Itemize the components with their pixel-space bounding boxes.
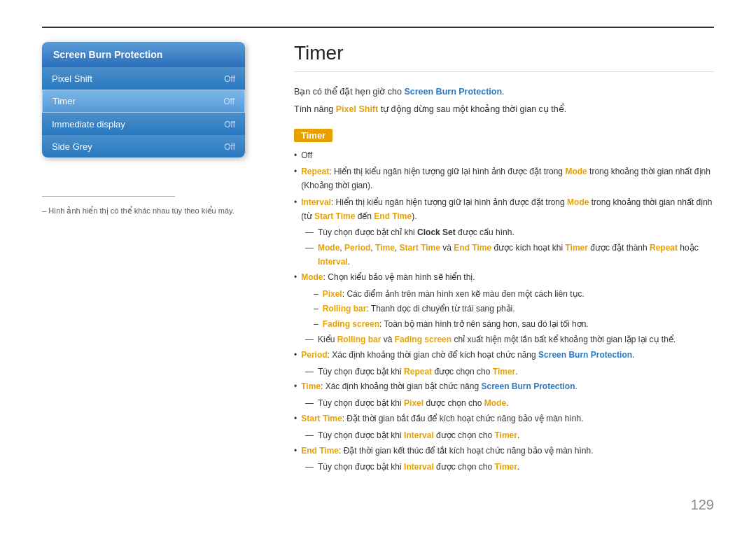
right-panel: Timer Bạn có thể đặt hẹn giờ cho Screen …: [294, 42, 714, 476]
list-item-8: –Fading screen: Toàn bộ màn hình trở nên…: [314, 318, 714, 332]
menu-item-value: Off: [224, 142, 235, 152]
list-item-12: •Time: Xác định khoảng thời gian bật chứ…: [294, 380, 714, 394]
sub2-dash: –: [314, 318, 318, 332]
list-item-3: —Tùy chọn được bật chỉ khi Clock Set đượ…: [305, 226, 714, 240]
list-item-0: •Off: [294, 149, 714, 163]
menu-item-pixel-shift[interactable]: Pixel ShiftOff: [42, 67, 245, 90]
list-item-14: •Start Time: Đặt thời gian bắt đầu để kí…: [294, 412, 714, 426]
sub-dash: —: [305, 429, 314, 443]
page-title: Timer: [294, 42, 714, 72]
list-item-10: •Period: Xác định khoảng thời gian chờ đ…: [294, 349, 714, 363]
menu-item-value: Off: [223, 97, 234, 106]
sub2-text: Fading screen: Toàn bộ màn hình trở nên …: [323, 318, 589, 332]
sub-dash: —: [305, 333, 314, 347]
intro-text-1: Bạn có thể đặt hẹn giờ cho Screen Burn P…: [294, 85, 714, 99]
bullet-text: Interval: Hiển thị kiểu ngăn hiện tượng …: [301, 196, 714, 224]
note-text: – Hình ảnh hiển thị có thể khác nhau tùy…: [42, 206, 238, 216]
sub-dash: —: [305, 397, 314, 411]
sub-text: Tùy chọn được bật khi Interval được chọn…: [318, 429, 519, 443]
list-item-5: •Mode: Chọn kiểu bảo vệ màn hình sẽ hiển…: [294, 271, 714, 285]
list-item-16: •End Time: Đặt thời gian kết thúc để tắt…: [294, 444, 714, 458]
list-item-13: —Tùy chọn được bật khi Pixel được chọn c…: [305, 397, 714, 411]
sub-text: Tùy chọn được bật khi Interval được chọn…: [318, 461, 519, 475]
menu-item-label: Pixel Shift: [52, 73, 92, 84]
list-item-1: •Repeat: Hiển thị kiểu ngăn hiện tượng g…: [294, 165, 714, 193]
menu-item-side-grey[interactable]: Side GreyOff: [42, 135, 245, 157]
sub2-dash: –: [314, 288, 318, 302]
sub-dash: —: [305, 461, 314, 475]
top-divider: [42, 27, 714, 28]
sub-dash: —: [305, 241, 314, 269]
menu-item-value: Off: [224, 120, 235, 129]
list-item-6: –Pixel: Các điểm ảnh trên màn hình xen k…: [314, 288, 714, 302]
sub-dash: —: [305, 226, 314, 240]
left-panel: Screen Burn Protection Pixel ShiftOffTim…: [42, 42, 245, 157]
sub-text: Kiểu Rolling bar và Fading screen chỉ xu…: [318, 333, 676, 347]
bullet-dot: •: [294, 380, 297, 394]
bullet-text: End Time: Đặt thời gian kết thúc để tắt …: [301, 444, 714, 458]
sub-text: Mode, Period, Time, Start Time và End Ti…: [318, 241, 714, 269]
bullet-text: Off: [301, 149, 714, 163]
intro-text-2: Tính năng Pixel Shift tự động dừng sau m…: [294, 102, 714, 117]
list-item-4: —Mode, Period, Time, Start Time và End T…: [305, 241, 714, 269]
bullet-dot: •: [294, 271, 297, 285]
bullet-text: Period: Xác định khoảng thời gian chờ để…: [301, 349, 714, 363]
menu-item-immediate-display[interactable]: Immediate displayOff: [42, 113, 245, 135]
sub-text: Tùy chọn được bật khi Repeat được chọn c…: [318, 365, 518, 379]
bullet-dot: •: [294, 444, 297, 458]
sub2-text: Pixel: Các điểm ảnh trên màn hình xen kẽ…: [323, 288, 584, 302]
sub2-text: Rolling bar: Thanh dọc di chuyển từ trái…: [323, 302, 515, 316]
sub-text: Tùy chọn được bật khi Pixel được chọn ch…: [318, 397, 508, 411]
sub-text: Tùy chọn được bật chỉ khi Clock Set được…: [318, 226, 514, 240]
list-item-7: –Rolling bar: Thanh dọc di chuyển từ trá…: [314, 302, 714, 316]
bullet-dot: •: [294, 412, 297, 426]
list-item-15: —Tùy chọn được bật khi Interval được chọ…: [305, 429, 714, 443]
menu-header: Screen Burn Protection: [42, 42, 245, 67]
menu-title: Screen Burn Protection: [53, 49, 162, 60]
list-item-11: —Tùy chọn được bật khi Repeat được chọn …: [305, 365, 714, 379]
list-item-17: —Tùy chọn được bật khi Interval được chọ…: [305, 461, 714, 475]
menu-item-label: Side Grey: [52, 141, 92, 152]
bullet-dot: •: [294, 165, 297, 193]
list-item-9: —Kiểu Rolling bar và Fading screen chỉ x…: [305, 333, 714, 347]
page-number: 129: [691, 497, 714, 513]
menu-item-label: Timer: [52, 96, 76, 106]
bullet-text: Time: Xác định khoảng thời gian bật chức…: [301, 380, 714, 394]
content-list: •Off•Repeat: Hiển thị kiểu ngăn hiện tượ…: [294, 149, 714, 475]
menu-item-timer[interactable]: TimerOff: [42, 90, 245, 113]
sub2-dash: –: [314, 302, 318, 316]
bullet-dot: •: [294, 349, 297, 363]
menu-item-label: Immediate display: [52, 119, 125, 129]
bullet-text: Repeat: Hiển thị kiểu ngăn hiện tượng gi…: [301, 165, 714, 193]
section-label: Timer: [294, 129, 332, 142]
menu-item-value: Off: [224, 74, 235, 84]
bullet-text: Mode: Chọn kiểu bảo vệ màn hình sẽ hiển …: [301, 271, 714, 285]
bullet-text: Start Time: Đặt thời gian bắt đầu để kíc…: [301, 412, 714, 426]
screen-burn-protection-menu: Screen Burn Protection Pixel ShiftOffTim…: [42, 42, 245, 157]
list-item-2: •Interval: Hiển thị kiểu ngăn hiện tượng…: [294, 196, 714, 224]
sub-dash: —: [305, 365, 314, 379]
left-divider: [42, 196, 175, 197]
bullet-dot: •: [294, 149, 297, 163]
bullet-dot: •: [294, 196, 297, 224]
